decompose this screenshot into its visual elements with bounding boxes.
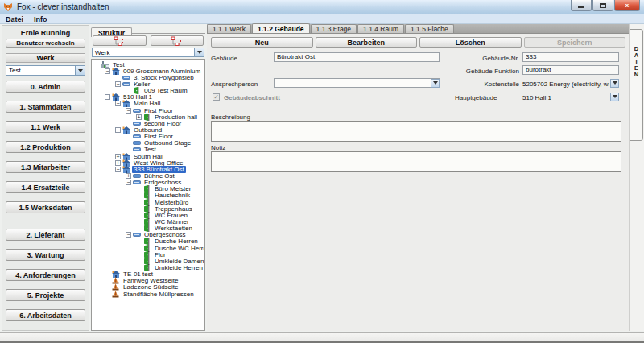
- area-icon: [112, 291, 120, 298]
- floor-icon: [133, 107, 141, 114]
- collapse-icon[interactable]: −: [115, 167, 121, 172]
- bearbeiten-button[interactable]: Bearbeiten: [316, 37, 418, 48]
- building-icon: [112, 68, 120, 75]
- close-button[interactable]: x: [614, 0, 640, 11]
- werk-select-value: Test: [9, 67, 21, 74]
- gebaeude-nr-field[interactable]: 333: [522, 52, 619, 62]
- expand-icon[interactable]: +: [136, 114, 142, 120]
- app-window: Fox - clever instandhalten x DateiInfo E…: [0, 0, 644, 343]
- menu-item-datei[interactable]: Datei: [6, 15, 23, 23]
- daten-tab-letter: N: [634, 72, 638, 78]
- kostenstelle-label: Kostenstelle: [448, 81, 519, 88]
- chevron-down-icon[interactable]: [431, 79, 440, 88]
- tree-node[interactable]: Test: [92, 61, 204, 68]
- gebaeude-funktion-label: Gebäude-Funktion: [448, 68, 519, 75]
- sidebar-item-1-stammdaten[interactable]: 1. Stammdaten: [6, 101, 85, 113]
- chevron-down-icon[interactable]: [610, 79, 619, 88]
- gebaeude-funktion-field[interactable]: bürotrakt: [522, 65, 619, 75]
- tab-1.1.1-werk[interactable]: 1.1.1 Werk: [207, 24, 251, 33]
- tab-1.1.5-fläche[interactable]: 1.1.5 Fläche: [405, 24, 454, 33]
- sidebar: Ernie Running Benutzer wechseln Werk Tes…: [2, 25, 89, 331]
- beschreibung-textarea[interactable]: [211, 121, 621, 142]
- sidebar-item-1-1-werk[interactable]: 1.1 Werk: [6, 121, 85, 133]
- tree-filter-value: Werk: [95, 49, 110, 56]
- sidebar-item-0-admin[interactable]: 0. Admin: [6, 81, 85, 93]
- werk-select[interactable]: Test: [6, 65, 85, 76]
- gebaeudeabschnitt-checkbox[interactable]: ✓: [213, 93, 220, 101]
- content-tabstrip: 1.1.1 Werk1.1.2 Gebäude1.1.3 Etage1.1.4 …: [207, 24, 629, 34]
- tree-node[interactable]: −Main Hall: [92, 101, 204, 107]
- building-icon: [112, 93, 120, 101]
- hauptgebaeude-label: Hauptgebäude: [455, 94, 497, 101]
- kostenstelle-select[interactable]: 5205702 Energy (electricity, water, gas): [522, 81, 609, 88]
- window-title: Fox - clever instandhalten: [17, 2, 109, 11]
- tree-node[interactable]: Test: [92, 147, 204, 153]
- collapse-icon[interactable]: −: [126, 232, 131, 238]
- menubar: DateiInfo: [0, 14, 644, 24]
- floor-icon: [133, 179, 141, 186]
- expand-icon[interactable]: +: [115, 160, 121, 166]
- tab-daten[interactable]: DATEN: [630, 29, 643, 141]
- sidebar-item-2-lieferant[interactable]: 2. Lieferant: [6, 229, 85, 241]
- sidebar-nav: 0. Admin1. Stammdaten1.1 Werk1.2 Produkt…: [6, 81, 85, 321]
- switch-user-button[interactable]: Benutzer wechseln: [6, 39, 85, 48]
- sidebar-item-1-5-werksdaten[interactable]: 1.5 Werksdaten: [6, 201, 85, 213]
- tab-1.1.4-raum[interactable]: 1.1.4 Raum: [357, 24, 404, 33]
- factory-icon: [101, 61, 109, 68]
- collapse-icon[interactable]: −: [105, 68, 110, 74]
- statusbar: [0, 332, 644, 343]
- menu-item-info[interactable]: Info: [34, 15, 47, 23]
- sidebar-item-3-wartung[interactable]: 3. Wartung: [6, 249, 85, 261]
- current-user-label: Ernie Running: [6, 29, 85, 37]
- building-icon: [122, 100, 130, 107]
- tree-node[interactable]: Standfläche Müllpressen: [92, 291, 204, 297]
- expand-icon[interactable]: +: [115, 154, 121, 159]
- titlebar: Fox - clever instandhalten x: [0, 0, 644, 14]
- chevron-down-icon[interactable]: [194, 48, 204, 56]
- structure-tree: Test−009 Grossmann Aluminium3. Stock Pol…: [91, 59, 205, 331]
- minimize-button[interactable]: [571, 0, 592, 11]
- tab-1.1.2-gebäude[interactable]: 1.1.2 Gebäude: [252, 23, 310, 33]
- building-icon: [122, 166, 130, 173]
- notiz-textarea[interactable]: [211, 151, 621, 172]
- werk-header: Werk: [6, 53, 85, 63]
- content-panel: 1.1.1 Werk1.1.2 Gebäude1.1.3 Etage1.1.4 …: [207, 24, 629, 331]
- collapse-all-button[interactable]: [93, 35, 147, 46]
- close-icon: x: [625, 2, 629, 9]
- expand-all-button[interactable]: [151, 35, 204, 46]
- collapse-icon[interactable]: −: [115, 127, 121, 133]
- chevron-down-icon[interactable]: [75, 66, 85, 75]
- tree-collapse-icon: [114, 36, 126, 46]
- floor-icon: [133, 231, 141, 238]
- hauptgebaeude-select[interactable]: 510 Hall 1: [522, 94, 551, 101]
- expand-icon[interactable]: +: [126, 173, 131, 179]
- collapse-icon[interactable]: −: [115, 101, 121, 106]
- tree-node[interactable]: Ladezone Südseite: [92, 284, 204, 291]
- sidebar-item-1-3-mitarbeiter[interactable]: 1.3 Mitarbeiter: [6, 161, 85, 173]
- tab-1.1.3-etage[interactable]: 1.1.3 Etage: [311, 24, 357, 33]
- fox-app-icon: [3, 2, 13, 12]
- sidebar-item-5-projekte[interactable]: 5. Projekte: [6, 289, 85, 301]
- maximize-button[interactable]: [592, 0, 613, 11]
- collapse-icon[interactable]: −: [126, 108, 131, 114]
- sidebar-item-1-4-ersatzteile[interactable]: 1.4 Ersatzteile: [6, 181, 85, 193]
- tree-filter-select[interactable]: Werk: [92, 48, 204, 57]
- beschreibung-label: Beschreibung: [211, 114, 250, 121]
- chevron-down-icon[interactable]: [610, 93, 619, 101]
- minimize-icon: [578, 6, 584, 8]
- collapse-icon[interactable]: −: [105, 94, 110, 100]
- sidebar-item-4-anforderungen[interactable]: 4. Anforderungen: [6, 269, 85, 281]
- neu-button[interactable]: Neu: [211, 37, 313, 48]
- sidebar-item-6-arbeitsdaten[interactable]: 6. Arbeitsdaten: [6, 309, 85, 321]
- löschen-button[interactable]: Löschen: [419, 37, 522, 48]
- sidebar-item-1-2-produktion[interactable]: 1.2 Produktion: [6, 141, 85, 153]
- ansprechperson-select[interactable]: [274, 78, 440, 88]
- content-body: NeuBearbeitenLöschenSpeichern Gebäude Bü…: [207, 34, 629, 331]
- main-area: Ernie Running Benutzer wechseln Werk Tes…: [0, 24, 644, 332]
- collapse-icon[interactable]: −: [126, 180, 131, 185]
- maximize-icon: [600, 3, 606, 8]
- tree-node[interactable]: +South Hall: [92, 153, 204, 159]
- collapse-icon[interactable]: −: [115, 81, 121, 87]
- ansprechperson-label: Ansprechperson: [211, 81, 258, 88]
- gebaeude-field[interactable]: Bürotrakt Ost: [274, 52, 440, 62]
